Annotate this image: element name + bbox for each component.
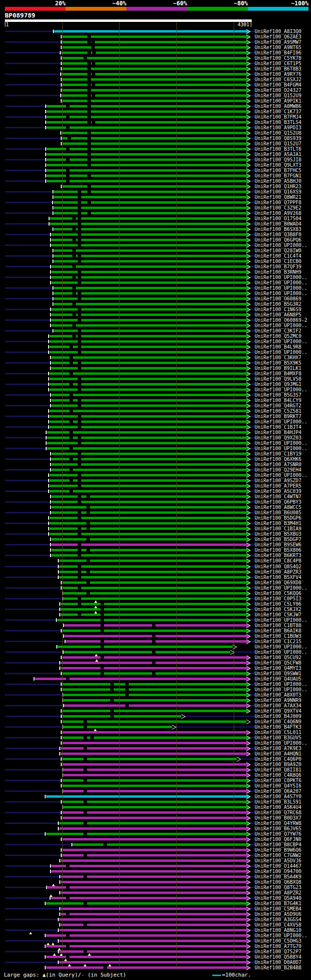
- alignment-bar[interactable]: [59, 576, 246, 578]
- hit-label[interactable]: UniRef100_C1C215: [255, 639, 301, 644]
- alignment-row[interactable]: UniRef100_B6SX83: [0, 227, 311, 232]
- hit-label[interactable]: UniRef100_Q9LXT3: [255, 163, 301, 168]
- alignment-row[interactable]: UniRef100_UPI000..: [0, 682, 311, 687]
- alignment-bar[interactable]: [61, 924, 246, 926]
- hit-label[interactable]: UniRef100_O17504: [255, 216, 301, 221]
- alignment-row[interactable]: UniRef100_C6SXJ2: [0, 77, 311, 82]
- alignment-row[interactable]: UniRef100_Q9JMG1: [0, 382, 311, 387]
- alignment-row[interactable]: UniRef100_A0MWB6: [0, 104, 311, 109]
- hit-label[interactable]: UniRef100_B6JV65: [255, 826, 301, 831]
- hit-label[interactable]: UniRef100_B6U085: [255, 510, 301, 515]
- hit-label[interactable]: UniRef100_UPI000..: [255, 280, 307, 285]
- alignment-bar[interactable]: [64, 694, 246, 696]
- hit-label[interactable]: UniRef100_A5DVJ6: [255, 858, 301, 863]
- hit-label[interactable]: UniRef100_C1K737: [255, 109, 301, 114]
- alignment-bar[interactable]: [47, 126, 246, 129]
- hit-label[interactable]: UniRef100_B3TLT6: [255, 147, 301, 152]
- alignment-row[interactable]: UniRef100_Q69XD8: [0, 580, 311, 585]
- hit-label[interactable]: UniRef100_B7FMJ4: [255, 115, 301, 120]
- hit-label[interactable]: UniRef100_C3Z9E2: [255, 206, 301, 210]
- alignment-bar[interactable]: [62, 710, 246, 712]
- hit-label[interactable]: UniRef100_Q4YRW8: [255, 821, 301, 826]
- alignment-bar[interactable]: [54, 330, 246, 332]
- alignment-row[interactable]: UniRef100_UPI000..: [0, 740, 311, 746]
- alignment-row[interactable]: UniRef100_B5DGP7: [0, 537, 311, 542]
- hit-label[interactable]: UniRef100_C1BY19: [255, 452, 301, 456]
- alignment-row[interactable]: UniRef100_A3GGS4: [0, 917, 311, 922]
- alignment-bar[interactable]: [47, 180, 246, 182]
- hit-label[interactable]: UniRef100_Q8S4Q2: [255, 564, 301, 569]
- alignment-row[interactable]: UniRef100_Q4YRW8: [0, 821, 311, 826]
- alignment-row[interactable]: UniRef100_B4FI06: [0, 50, 311, 55]
- alignment-row[interactable]: UniRef100_B5G3R2: [0, 301, 311, 307]
- alignment-row[interactable]: UniRef100_C5MEB4: [0, 906, 311, 911]
- alignment-bar[interactable]: [46, 966, 246, 969]
- alignment-row[interactable]: UniRef100_Q152U7: [0, 141, 311, 146]
- hit-label[interactable]: UniRef100_UPI000..: [255, 286, 307, 291]
- alignment-bar[interactable]: [47, 148, 246, 150]
- alignment-row[interactable]: UniRef100_B0D3X7: [0, 815, 311, 821]
- alignment-row[interactable]: UniRef100_A8I3Q0: [0, 29, 311, 34]
- hit-label[interactable]: UniRef100_A8WCC5: [255, 505, 301, 510]
- alignment-bar[interactable]: [62, 763, 246, 766]
- alignment-row[interactable]: UniRef100_Q29EH4: [0, 467, 311, 472]
- alignment-row[interactable]: UniRef100_C3KIF2: [0, 328, 311, 333]
- hit-label[interactable]: UniRef100_A9PIK1: [255, 99, 301, 104]
- alignment-bar[interactable]: [62, 817, 246, 819]
- alignment-bar[interactable]: [62, 587, 246, 589]
- hit-label[interactable]: UniRef100_B4HJP4: [255, 430, 301, 435]
- hit-label[interactable]: UniRef100_A4HQN1: [255, 752, 301, 756]
- alignment-bar[interactable]: [62, 779, 246, 782]
- hit-label[interactable]: UniRef100_Q7RC68: [255, 810, 301, 815]
- alignment-bar[interactable]: [52, 865, 246, 867]
- hit-label[interactable]: UniRef100_B7QF39: [255, 264, 301, 269]
- alignment-row[interactable]: UniRef100_B7FMJ4: [0, 114, 311, 120]
- hit-label[interactable]: UniRef100_UPI000..: [255, 933, 307, 938]
- hit-label[interactable]: UniRef100_Q8WR21: [255, 195, 301, 200]
- alignment-bar[interactable]: [61, 603, 246, 605]
- hit-label[interactable]: UniRef100_B3L591: [255, 800, 301, 805]
- alignment-row[interactable]: UniRef100_UPI000..: [0, 339, 311, 344]
- alignment-row[interactable]: UniRef100_A4S7Y0: [0, 794, 311, 799]
- alignment-bar[interactable]: [61, 747, 246, 750]
- hit-label[interactable]: UniRef100_C5KJW7: [255, 612, 301, 617]
- alignment-row[interactable]: UniRef100_Q4RGT2: [0, 403, 311, 408]
- hit-label[interactable]: UniRef100_A4S7Y0: [255, 794, 301, 799]
- alignment-bar[interactable]: [62, 854, 246, 857]
- hit-label[interactable]: UniRef100_C4WTN7: [255, 494, 301, 499]
- alignment-row[interactable]: UniRef100_C1BT88: [0, 623, 311, 628]
- hit-label[interactable]: UniRef100_B5DGP6: [255, 516, 301, 521]
- hit-label[interactable]: UniRef100_B5XFV4: [255, 575, 301, 580]
- alignment-row[interactable]: UniRef100_B9SEW6: [0, 542, 311, 547]
- alignment-row[interactable]: UniRef100_C4XVS8: [0, 922, 311, 928]
- alignment-row[interactable]: UniRef100_Q152U8: [0, 130, 311, 136]
- hit-label[interactable]: UniRef100_B8CBP4: [255, 842, 301, 847]
- alignment-row[interactable]: UniRef100_B6AIK8: [0, 628, 311, 633]
- hit-label[interactable]: UniRef100_B7FHC5: [255, 168, 301, 173]
- alignment-row[interactable]: UniRef100_Q4Y5I6: [0, 783, 311, 788]
- alignment-row[interactable]: UniRef100_A7AX34: [0, 703, 311, 708]
- alignment-row[interactable]: UniRef100_Q6A207: [0, 788, 311, 794]
- alignment-bar[interactable]: [50, 522, 246, 525]
- alignment-row[interactable]: UniRef100_Q8II81: [0, 767, 311, 772]
- alignment-bar[interactable]: [47, 175, 246, 177]
- hit-label[interactable]: UniRef100_C5KQQ6: [255, 591, 301, 596]
- hit-label[interactable]: UniRef100_C5LY06: [255, 602, 301, 607]
- hit-label[interactable]: UniRef100_B2B4B8: [255, 965, 301, 970]
- alignment-bar[interactable]: [59, 961, 246, 963]
- alignment-row[interactable]: UniRef100_A6N8P5: [0, 312, 311, 317]
- hit-label[interactable]: UniRef100_Q8II81: [255, 768, 301, 772]
- alignment-row[interactable]: UniRef100_UPI000..: [0, 275, 311, 280]
- hit-label[interactable]: UniRef100_A9SMW7: [255, 40, 301, 45]
- hit-label[interactable]: UniRef100_C1N6S9: [255, 307, 301, 312]
- alignment-bar[interactable]: [47, 121, 246, 123]
- hit-label[interactable]: UniRef100_B5X9K5: [255, 361, 301, 366]
- hit-label[interactable]: UniRef100_Q9XTV4: [255, 709, 301, 714]
- hit-label[interactable]: UniRef100_A5C039: [255, 489, 301, 494]
- alignment-bar[interactable]: [50, 490, 246, 492]
- hit-label[interactable]: UniRef100_C3KHX7: [255, 355, 301, 360]
- hit-label[interactable]: UniRef100_C1BJT4: [255, 425, 301, 430]
- hit-label[interactable]: UniRef100_UPI000..: [255, 687, 307, 692]
- alignment-bar[interactable]: [65, 704, 246, 707]
- alignment-row[interactable]: UniRef100_A5BHJ0: [0, 178, 311, 184]
